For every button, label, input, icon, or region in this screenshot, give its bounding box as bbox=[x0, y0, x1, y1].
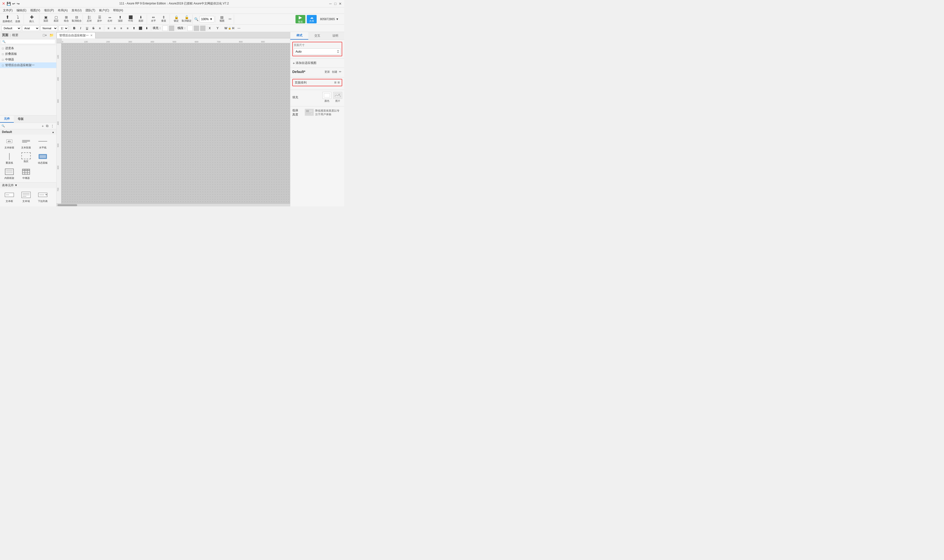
fill-color-option[interactable]: 颜色 bbox=[323, 92, 331, 103]
connect-btn[interactable]: ⤵ 连接 bbox=[13, 14, 23, 24]
comp-repeater[interactable]: 中继器 bbox=[18, 166, 34, 181]
add-folder-btn[interactable]: 📁 bbox=[49, 33, 54, 37]
user-btn[interactable]: 805872865 ▼ bbox=[318, 17, 341, 22]
comp-text-label[interactable]: abc 文本标签 bbox=[2, 136, 17, 151]
comp-dynamic-panel[interactable]: 动态面板 bbox=[35, 151, 51, 166]
strikethrough-btn[interactable]: S bbox=[91, 26, 96, 31]
menu-publish[interactable]: 发布(U) bbox=[69, 8, 83, 13]
view-btn[interactable]: ▤ 视图 bbox=[217, 14, 227, 24]
tab-style[interactable]: 样式 bbox=[290, 32, 308, 40]
stroke-width-box[interactable] bbox=[194, 26, 199, 31]
preview-btn[interactable]: ▶ 预览 bbox=[296, 15, 305, 23]
comp-inline-frame[interactable]: 内联框架 bbox=[2, 166, 17, 181]
comp-copy-btn[interactable]: ⧉ bbox=[45, 124, 49, 128]
page-item-progressbar[interactable]: □ 进度条 bbox=[0, 45, 56, 51]
undo-icon[interactable]: ↩ bbox=[12, 2, 15, 6]
menu-file[interactable]: 文件(F) bbox=[1, 8, 14, 13]
canvas-tab-active[interactable]: 管理后台自适应框架一 ✕ bbox=[57, 32, 95, 38]
align-center-btn[interactable]: ☰ 居中 bbox=[95, 14, 105, 24]
add-adaptive-btn[interactable]: + 添加自适应视图 bbox=[293, 60, 342, 66]
font-select[interactable]: Arial bbox=[22, 26, 39, 31]
pages-search-input[interactable] bbox=[6, 40, 54, 43]
bring-front-btn[interactable]: ▣ 顶层 bbox=[41, 14, 51, 24]
underline-btn[interactable]: U bbox=[84, 26, 90, 31]
align-bottom-text-btn[interactable]: ⬇ bbox=[144, 26, 149, 31]
lock-btn[interactable]: 🔒 锁定 bbox=[171, 14, 181, 24]
distribute-h-btn[interactable]: ⇔ 水平 bbox=[148, 14, 158, 24]
share-btn[interactable]: ☁ 共享 bbox=[307, 15, 317, 23]
menu-team[interactable]: 团队(T) bbox=[83, 8, 97, 13]
align-middle-btn[interactable]: ⬛ 中间 bbox=[126, 14, 136, 24]
menu-account[interactable]: 账户(C) bbox=[97, 8, 111, 13]
weight-select[interactable]: Normal bbox=[40, 26, 57, 31]
window-controls[interactable]: ─ □ ✕ bbox=[328, 2, 342, 6]
align-bottom-btn[interactable]: ⬇ 底部 bbox=[136, 14, 146, 24]
comp-text-paragraph[interactable]: 文本段落 bbox=[18, 136, 34, 151]
align-justify-text-btn[interactable]: ≡ bbox=[125, 26, 130, 31]
comp-dropdown[interactable]: 下拉列表 bbox=[35, 190, 51, 204]
menu-help[interactable]: 帮助(H) bbox=[111, 8, 125, 13]
more-format-btn[interactable]: ⋯ bbox=[236, 26, 242, 31]
menu-edit[interactable]: 编辑(E) bbox=[14, 8, 28, 13]
select-mode-btn[interactable]: ⬆ 选择模式 bbox=[3, 14, 12, 24]
fill-image-option[interactable]: 图片 bbox=[333, 92, 342, 103]
h-scrollbar[interactable] bbox=[57, 203, 290, 206]
page-item-adaptive[interactable]: □ 管理后台自适应框架一 bbox=[0, 62, 56, 68]
align-top-btn[interactable]: ⬆ 顶部 bbox=[115, 14, 125, 24]
maximize-btn[interactable]: □ bbox=[333, 2, 337, 6]
page-item-accordion[interactable]: □ 折叠面板 bbox=[0, 51, 56, 57]
ungroup-btn[interactable]: ⊟ 取消组合 bbox=[72, 14, 82, 24]
bold-btn[interactable]: B bbox=[72, 26, 77, 31]
style-select[interactable]: Default bbox=[2, 26, 21, 31]
more-btn[interactable]: >> bbox=[227, 14, 233, 24]
close-btn[interactable]: ✕ bbox=[338, 2, 342, 6]
align-left-btn[interactable]: ⬱ 左对 bbox=[84, 14, 94, 24]
create-label[interactable]: 创建 bbox=[332, 70, 337, 74]
update-label[interactable]: 更新 bbox=[325, 70, 330, 74]
align-top-text-btn[interactable]: ⬆ bbox=[131, 26, 137, 31]
stroke-color-box[interactable] bbox=[187, 26, 193, 31]
menu-view[interactable]: 视图(V) bbox=[28, 8, 42, 13]
send-back-btn[interactable]: ▢ 底层 bbox=[51, 14, 61, 24]
tab-notes[interactable]: 说明 bbox=[326, 32, 344, 40]
comp-menu-btn[interactable]: ⋮ bbox=[50, 124, 55, 128]
zoom-selector[interactable]: 100% ▼ bbox=[199, 16, 214, 22]
align-right-btn[interactable]: ⬰ 右对 bbox=[105, 14, 115, 24]
h-scrollbar-thumb[interactable] bbox=[57, 204, 77, 206]
stroke-style-box[interactable] bbox=[200, 26, 205, 31]
sort-icon-grid[interactable]: ≡ bbox=[337, 80, 340, 85]
comp-add-btn[interactable]: + bbox=[41, 124, 45, 128]
menu-project[interactable]: 项目(P) bbox=[42, 8, 56, 13]
save-icon[interactable]: 💾 bbox=[7, 2, 11, 6]
page-size-down[interactable]: ▼ bbox=[337, 52, 339, 54]
menu-layout[interactable]: 布局(A) bbox=[56, 8, 69, 13]
comp-search-input[interactable] bbox=[6, 125, 41, 128]
comp-hrule[interactable]: 水平线 bbox=[35, 136, 51, 151]
add-page-btn[interactable]: □+ bbox=[42, 33, 48, 37]
comp-vline[interactable]: 重直线 bbox=[2, 151, 17, 166]
align-left-text-btn[interactable]: ≡ bbox=[106, 26, 111, 31]
tab-interaction[interactable]: 交互 bbox=[308, 32, 326, 40]
align-right-text-btn[interactable]: ≡ bbox=[119, 26, 124, 31]
canvas-tab-close[interactable]: ✕ bbox=[90, 34, 93, 37]
page-item-repeater[interactable]: □ 中继器 bbox=[0, 57, 56, 62]
edit-default-btn[interactable]: ✏ bbox=[338, 70, 342, 74]
comp-group-toggle[interactable]: ▲ bbox=[52, 131, 54, 134]
unlock-btn[interactable]: 🔓 取消锁定 bbox=[182, 14, 191, 24]
canvas-scroll[interactable] bbox=[62, 43, 290, 203]
comp-textarea[interactable]: 文本域 bbox=[18, 190, 34, 204]
list-btn[interactable]: ≡ bbox=[97, 26, 103, 31]
size-select[interactable]: 13 bbox=[59, 26, 68, 31]
page-size-input[interactable]: Auto ▲ ▼ bbox=[294, 48, 341, 55]
align-center-text-btn[interactable]: ≡ bbox=[112, 26, 117, 31]
redo-icon[interactable]: ↪ bbox=[17, 2, 20, 6]
align-middle-text-btn[interactable]: ⬛ bbox=[138, 26, 143, 31]
comp-textbox[interactable]: 文本框 bbox=[2, 190, 17, 204]
group-btn[interactable]: ⊞ 组合 bbox=[62, 14, 71, 24]
fill-color-box[interactable] bbox=[163, 26, 168, 31]
insert-btn[interactable]: ✚ 插入 bbox=[25, 14, 38, 24]
sort-icon-list[interactable]: ≡ bbox=[334, 80, 336, 85]
minimize-btn[interactable]: ─ bbox=[328, 2, 333, 6]
distribute-v-btn[interactable]: ⇕ 垂直 bbox=[159, 14, 169, 24]
tab-components[interactable]: 元件 bbox=[0, 115, 14, 123]
